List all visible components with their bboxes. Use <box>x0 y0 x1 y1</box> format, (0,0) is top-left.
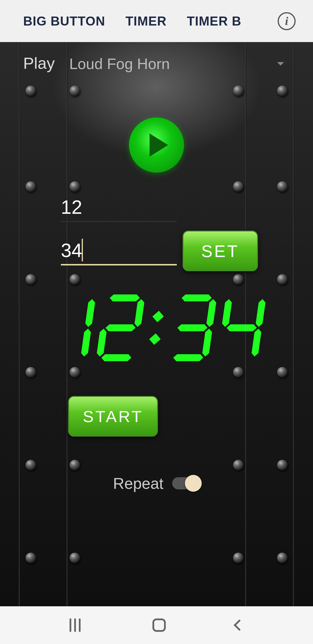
rivet-decoration <box>70 86 80 96</box>
android-nav-bar <box>0 606 313 644</box>
digit-2 <box>96 294 145 361</box>
rivet-decoration <box>233 460 243 470</box>
minutes-input[interactable] <box>61 193 177 222</box>
sound-selected-value: Loud Fog Horn <box>69 55 170 73</box>
colon-separator <box>148 312 166 343</box>
nav-recent-button[interactable] <box>70 618 83 632</box>
nav-back-button[interactable] <box>234 619 245 631</box>
digit-4 <box>217 294 267 361</box>
text-cursor <box>82 239 83 261</box>
set-button[interactable]: SET <box>183 231 258 271</box>
rivet-decoration <box>70 274 80 285</box>
rivet-decoration <box>26 553 36 563</box>
digit-3 <box>168 294 217 361</box>
sound-dropdown[interactable]: Loud Fog Horn <box>69 55 284 73</box>
rivet-decoration <box>277 367 287 377</box>
toggle-knob <box>185 475 202 492</box>
start-button[interactable]: START <box>68 396 158 437</box>
rivet-decoration <box>70 181 80 192</box>
rivet-decoration <box>70 553 80 563</box>
play-icon <box>150 133 168 157</box>
top-tab-bar: BIG BUTTON TIMER TIMER B i <box>0 0 313 42</box>
play-label: Play <box>23 54 55 73</box>
rivet-decoration <box>233 367 243 377</box>
chevron-down-icon <box>277 62 284 66</box>
rivet-decoration <box>70 367 80 377</box>
info-icon[interactable]: i <box>278 12 296 30</box>
rivet-decoration <box>70 460 80 470</box>
tab-big-button[interactable]: BIG BUTTON <box>23 14 105 28</box>
repeat-toggle[interactable] <box>172 477 200 489</box>
seconds-input[interactable] <box>61 236 177 265</box>
rivet-decoration <box>233 86 243 96</box>
rivet-decoration <box>277 553 287 563</box>
rivet-decoration <box>277 460 287 470</box>
tab-timer[interactable]: TIMER <box>125 14 167 28</box>
main-panel: Play Loud Fog Horn SET 12:34 <box>0 42 313 606</box>
rivet-decoration <box>26 274 36 285</box>
rivet-decoration <box>233 553 243 563</box>
rivet-decoration <box>277 181 287 192</box>
timer-display: 12:34 <box>0 294 313 361</box>
rivet-decoration <box>26 460 36 470</box>
rivet-decoration <box>26 86 36 96</box>
rivet-decoration <box>277 274 287 285</box>
repeat-label: Repeat <box>113 474 163 492</box>
repeat-row: Repeat <box>0 474 313 492</box>
rivet-decoration <box>277 86 287 96</box>
rivet-decoration <box>233 274 243 285</box>
sound-selector-row: Play Loud Fog Horn <box>23 54 284 73</box>
nav-home-button[interactable] <box>152 618 166 632</box>
tab-timer-b[interactable]: TIMER B <box>187 14 241 28</box>
tab-list: BIG BUTTON TIMER TIMER B <box>9 14 241 28</box>
rivet-decoration <box>233 181 243 192</box>
rivet-decoration <box>26 367 36 377</box>
preview-play-button[interactable] <box>129 117 184 173</box>
rivet-decoration <box>26 181 36 192</box>
digit-1 <box>46 294 96 361</box>
